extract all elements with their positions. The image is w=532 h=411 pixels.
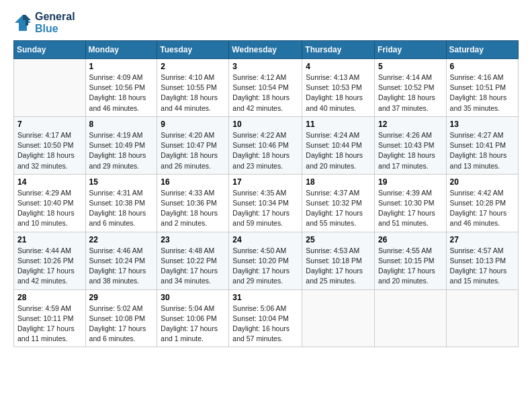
page: General Blue SundayMondayTuesdayWednesda… <box>0 0 532 354</box>
day-number: 26 <box>378 235 443 244</box>
day-number: 14 <box>17 177 82 187</box>
day-number: 21 <box>17 235 82 244</box>
day-info: Sunrise: 4:27 AMSunset: 10:41 PMDaylight… <box>450 130 515 171</box>
calendar-cell: 18Sunrise: 4:37 AMSunset: 10:32 PMDaylig… <box>302 174 375 232</box>
day-info: Sunrise: 4:12 AMSunset: 10:54 PMDaylight… <box>232 73 298 113</box>
day-number: 9 <box>161 120 225 129</box>
day-number: 28 <box>17 293 82 302</box>
calendar-week-1: 1Sunrise: 4:09 AMSunset: 10:56 PMDayligh… <box>14 59 519 117</box>
calendar-cell: 27Sunrise: 4:57 AMSunset: 10:13 PMDaylig… <box>446 232 518 289</box>
day-info: Sunrise: 4:59 AMSunset: 10:11 PMDaylight… <box>17 304 82 345</box>
day-info: Sunrise: 4:50 AMSunset: 10:20 PMDaylight… <box>232 246 298 287</box>
weekday-header-monday: Monday <box>85 41 157 59</box>
day-info: Sunrise: 4:39 AMSunset: 10:30 PMDaylight… <box>378 188 443 229</box>
day-number: 17 <box>232 177 298 187</box>
calendar-cell <box>302 289 375 347</box>
day-info: Sunrise: 4:46 AMSunset: 10:24 PMDaylight… <box>89 246 154 287</box>
day-number: 2 <box>161 62 225 71</box>
day-info: Sunrise: 4:48 AMSunset: 10:22 PMDaylight… <box>161 246 225 287</box>
calendar-cell: 4Sunrise: 4:13 AMSunset: 10:53 PMDayligh… <box>302 59 375 117</box>
day-number: 12 <box>378 120 443 129</box>
weekday-header-row: SundayMondayTuesdayWednesdayThursdayFrid… <box>14 41 519 59</box>
calendar-cell: 17Sunrise: 4:35 AMSunset: 10:34 PMDaylig… <box>229 174 302 232</box>
day-number: 3 <box>232 62 298 71</box>
logo-icon <box>13 13 32 32</box>
calendar-cell: 8Sunrise: 4:19 AMSunset: 10:49 PMDayligh… <box>85 116 157 174</box>
calendar-week-2: 7Sunrise: 4:17 AMSunset: 10:50 PMDayligh… <box>14 116 519 174</box>
day-info: Sunrise: 4:20 AMSunset: 10:47 PMDaylight… <box>161 130 225 171</box>
day-number: 30 <box>161 293 225 302</box>
day-info: Sunrise: 4:17 AMSunset: 10:50 PMDaylight… <box>17 130 82 171</box>
day-info: Sunrise: 4:22 AMSunset: 10:46 PMDaylight… <box>232 130 298 171</box>
day-info: Sunrise: 4:31 AMSunset: 10:38 PMDaylight… <box>89 188 154 229</box>
day-info: Sunrise: 4:26 AMSunset: 10:43 PMDaylight… <box>378 130 443 171</box>
calendar-cell <box>375 289 447 347</box>
weekday-header-sunday: Sunday <box>14 41 86 59</box>
calendar-cell: 22Sunrise: 4:46 AMSunset: 10:24 PMDaylig… <box>85 232 157 289</box>
weekday-header-tuesday: Tuesday <box>157 41 229 59</box>
day-info: Sunrise: 5:04 AMSunset: 10:06 PMDaylight… <box>161 304 225 345</box>
day-number: 13 <box>450 120 515 129</box>
day-number: 8 <box>89 120 154 129</box>
calendar-cell: 31Sunrise: 5:06 AMSunset: 10:04 PMDaylig… <box>229 289 302 347</box>
calendar-cell: 6Sunrise: 4:16 AMSunset: 10:51 PMDayligh… <box>446 59 518 117</box>
day-info: Sunrise: 4:10 AMSunset: 10:55 PMDaylight… <box>161 73 225 113</box>
calendar-cell: 1Sunrise: 4:09 AMSunset: 10:56 PMDayligh… <box>85 59 157 117</box>
calendar-week-5: 28Sunrise: 4:59 AMSunset: 10:11 PMDaylig… <box>14 289 519 347</box>
calendar-cell <box>14 59 86 117</box>
day-number: 29 <box>89 293 154 302</box>
calendar-cell <box>446 289 518 347</box>
day-number: 27 <box>450 235 515 244</box>
calendar-cell: 19Sunrise: 4:39 AMSunset: 10:30 PMDaylig… <box>375 174 447 232</box>
calendar-cell: 25Sunrise: 4:53 AMSunset: 10:18 PMDaylig… <box>302 232 375 289</box>
day-number: 31 <box>232 293 298 302</box>
calendar-week-4: 21Sunrise: 4:44 AMSunset: 10:26 PMDaylig… <box>14 232 519 289</box>
day-number: 22 <box>89 235 154 244</box>
calendar-cell: 30Sunrise: 5:04 AMSunset: 10:06 PMDaylig… <box>157 289 229 347</box>
day-info: Sunrise: 4:53 AMSunset: 10:18 PMDaylight… <box>306 246 371 287</box>
day-number: 4 <box>306 62 371 71</box>
day-number: 11 <box>306 120 371 129</box>
day-number: 20 <box>450 177 515 187</box>
calendar-cell: 16Sunrise: 4:33 AMSunset: 10:36 PMDaylig… <box>157 174 229 232</box>
calendar-cell: 10Sunrise: 4:22 AMSunset: 10:46 PMDaylig… <box>229 116 302 174</box>
day-number: 1 <box>89 62 154 71</box>
day-info: Sunrise: 4:29 AMSunset: 10:40 PMDaylight… <box>17 188 82 229</box>
calendar-cell: 2Sunrise: 4:10 AMSunset: 10:55 PMDayligh… <box>157 59 229 117</box>
logo: General Blue <box>13 11 75 35</box>
calendar-cell: 20Sunrise: 4:42 AMSunset: 10:28 PMDaylig… <box>446 174 518 232</box>
day-number: 6 <box>450 62 515 71</box>
day-info: Sunrise: 5:02 AMSunset: 10:08 PMDaylight… <box>89 304 154 345</box>
day-info: Sunrise: 4:42 AMSunset: 10:28 PMDaylight… <box>450 188 515 229</box>
calendar-cell: 28Sunrise: 4:59 AMSunset: 10:11 PMDaylig… <box>14 289 86 347</box>
day-info: Sunrise: 5:06 AMSunset: 10:04 PMDaylight… <box>232 304 298 345</box>
day-info: Sunrise: 4:55 AMSunset: 10:15 PMDaylight… <box>378 246 443 287</box>
day-number: 25 <box>306 235 371 244</box>
day-info: Sunrise: 4:35 AMSunset: 10:34 PMDaylight… <box>232 188 298 229</box>
day-info: Sunrise: 4:44 AMSunset: 10:26 PMDaylight… <box>17 246 82 287</box>
calendar-cell: 11Sunrise: 4:24 AMSunset: 10:44 PMDaylig… <box>302 116 375 174</box>
weekday-header-wednesday: Wednesday <box>229 41 302 59</box>
day-info: Sunrise: 4:16 AMSunset: 10:51 PMDaylight… <box>450 73 515 113</box>
day-number: 24 <box>232 235 298 244</box>
day-number: 23 <box>161 235 225 244</box>
calendar-cell: 13Sunrise: 4:27 AMSunset: 10:41 PMDaylig… <box>446 116 518 174</box>
calendar-cell: 7Sunrise: 4:17 AMSunset: 10:50 PMDayligh… <box>14 116 86 174</box>
calendar-week-3: 14Sunrise: 4:29 AMSunset: 10:40 PMDaylig… <box>14 174 519 232</box>
calendar-cell: 26Sunrise: 4:55 AMSunset: 10:15 PMDaylig… <box>375 232 447 289</box>
weekday-header-friday: Friday <box>375 41 447 59</box>
day-info: Sunrise: 4:19 AMSunset: 10:49 PMDaylight… <box>89 130 154 171</box>
calendar-table: SundayMondayTuesdayWednesdayThursdayFrid… <box>13 40 519 347</box>
logo-text: General Blue <box>35 11 75 35</box>
day-number: 7 <box>17 120 82 129</box>
calendar-cell: 21Sunrise: 4:44 AMSunset: 10:26 PMDaylig… <box>14 232 86 289</box>
weekday-header-thursday: Thursday <box>302 41 375 59</box>
calendar-cell: 12Sunrise: 4:26 AMSunset: 10:43 PMDaylig… <box>375 116 447 174</box>
calendar-cell: 23Sunrise: 4:48 AMSunset: 10:22 PMDaylig… <box>157 232 229 289</box>
day-info: Sunrise: 4:14 AMSunset: 10:52 PMDaylight… <box>378 73 443 113</box>
calendar-cell: 5Sunrise: 4:14 AMSunset: 10:52 PMDayligh… <box>375 59 447 117</box>
day-number: 18 <box>306 177 371 187</box>
day-info: Sunrise: 4:09 AMSunset: 10:56 PMDaylight… <box>89 73 154 113</box>
header: General Blue <box>13 11 519 35</box>
calendar-cell: 9Sunrise: 4:20 AMSunset: 10:47 PMDayligh… <box>157 116 229 174</box>
